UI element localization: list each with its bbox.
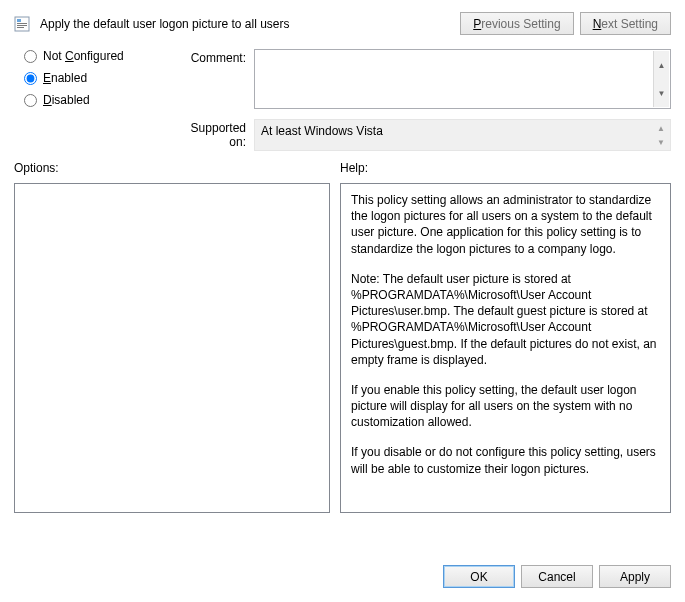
config-row: Not Configured Enabled Disabled Comment:… (14, 49, 671, 151)
svg-rect-1 (17, 19, 21, 22)
policy-title: Apply the default user logon picture to … (40, 17, 289, 31)
comment-label: Comment: (174, 49, 254, 65)
comment-scroll-up-icon[interactable]: ▲ (653, 51, 669, 79)
dialog-body: Apply the default user logon picture to … (0, 0, 685, 602)
supported-scroll: ▲ ▼ (653, 121, 669, 149)
options-box (14, 183, 330, 513)
help-paragraph: This policy setting allows an administra… (351, 192, 660, 257)
svg-rect-3 (17, 25, 27, 26)
help-box[interactable]: This policy setting allows an administra… (340, 183, 671, 513)
radio-not-configured-label: Not Configured (43, 49, 124, 63)
options-label: Options: (14, 161, 330, 175)
help-label: Help: (340, 161, 671, 175)
title-row: Apply the default user logon picture to … (14, 12, 671, 35)
radio-enabled[interactable]: Enabled (14, 71, 174, 85)
panels-row: Options: Help: This policy setting allow… (14, 161, 671, 513)
radio-disabled-input[interactable] (24, 94, 37, 107)
ok-button[interactable]: OK (443, 565, 515, 588)
radio-not-configured-input[interactable] (24, 50, 37, 63)
help-paragraph: If you disable or do not configure this … (351, 444, 660, 476)
comment-scroll-down-icon[interactable]: ▼ (653, 79, 669, 107)
policy-icon (14, 16, 30, 32)
form-col: Comment: ▲ ▼ Supported on: At least Wind… (174, 49, 671, 151)
supported-scroll-down-icon: ▼ (653, 135, 669, 149)
supported-value: At least Windows Vista (261, 124, 383, 138)
radio-disabled-label: Disabled (43, 93, 90, 107)
help-paragraph: Note: The default user picture is stored… (351, 271, 660, 368)
options-column: Options: (14, 161, 330, 513)
state-radios: Not Configured Enabled Disabled (14, 49, 174, 115)
radio-not-configured[interactable]: Not Configured (14, 49, 174, 63)
help-paragraph: If you enable this policy setting, the d… (351, 382, 660, 431)
help-column: Help: This policy setting allows an admi… (340, 161, 671, 513)
supported-scroll-up-icon: ▲ (653, 121, 669, 135)
cancel-button[interactable]: Cancel (521, 565, 593, 588)
dialog-footer: OK Cancel Apply (14, 551, 671, 602)
comment-field[interactable]: ▲ ▼ (254, 49, 671, 109)
supported-label: Supported on: (174, 119, 254, 149)
comment-scroll: ▲ ▼ (653, 51, 669, 107)
previous-setting-button[interactable]: Previous Setting (460, 12, 573, 35)
radio-disabled[interactable]: Disabled (14, 93, 174, 107)
radio-enabled-input[interactable] (24, 72, 37, 85)
comment-line: Comment: ▲ ▼ (174, 49, 671, 109)
radio-enabled-label: Enabled (43, 71, 87, 85)
svg-rect-4 (17, 27, 24, 28)
svg-rect-2 (17, 23, 27, 24)
next-setting-button[interactable]: Next Setting (580, 12, 671, 35)
supported-field: At least Windows Vista ▲ ▼ (254, 119, 671, 151)
supported-line: Supported on: At least Windows Vista ▲ ▼ (174, 119, 671, 151)
apply-button[interactable]: Apply (599, 565, 671, 588)
